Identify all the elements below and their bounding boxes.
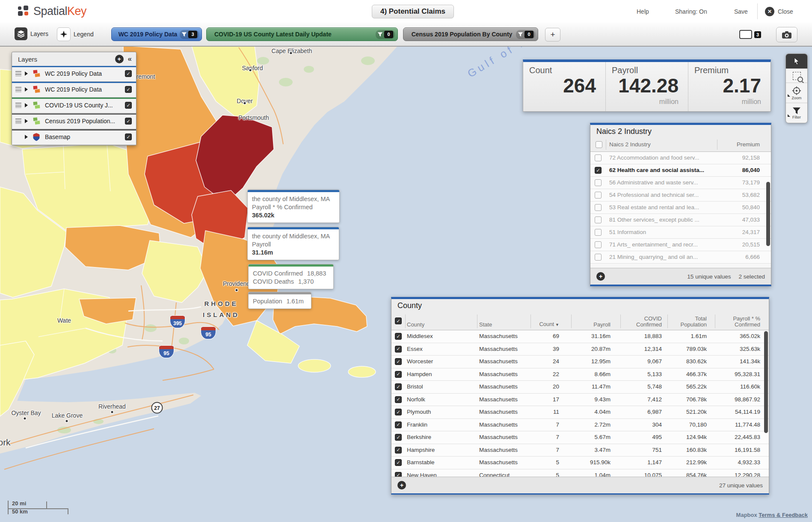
close-button[interactable]: ✕ Close — [765, 0, 793, 23]
row-checkbox[interactable] — [595, 254, 602, 261]
county-row[interactable]: ✓BristolMassachusetts2011.47m5,748565.22… — [391, 381, 769, 394]
row-checkbox[interactable]: ✓ — [395, 383, 402, 390]
county-row[interactable]: ✓FranklinMassachusetts72.72m30470,18011,… — [391, 419, 769, 432]
filter-chip[interactable]: 0 — [376, 30, 395, 39]
column-header-count[interactable]: Count▼ — [524, 321, 559, 328]
naics-row[interactable]: 56 Administrative and waste serv...73,17… — [590, 177, 771, 189]
county-row[interactable]: ✓WorcesterMassachusetts2412.95m9,067830.… — [391, 356, 769, 368]
expand-arrow-icon[interactable] — [25, 119, 28, 123]
row-checkbox[interactable]: ✓ — [395, 421, 402, 428]
row-checkbox[interactable]: ✓ — [395, 358, 402, 365]
legend-button[interactable]: Legend — [57, 27, 94, 41]
dataset-tab-wc-policy[interactable]: WC 2019 Policy Data 3 — [111, 27, 202, 41]
row-checkbox[interactable] — [595, 192, 602, 199]
naics-row[interactable]: 81 Other services_ except public ...47,0… — [590, 214, 771, 226]
filter-tool-button[interactable]: Filter — [786, 103, 807, 123]
dashboard-title[interactable]: 4) Potential Claims — [372, 5, 454, 18]
row-checkbox[interactable]: ✓ — [395, 371, 402, 378]
save-menu[interactable]: Save — [734, 0, 748, 23]
row-checkbox[interactable] — [595, 204, 602, 211]
metrics-panel[interactable]: Count 264 Payroll 142.28 million Premium… — [523, 59, 771, 112]
county-row[interactable]: ✓BarnstableMassachusetts5915.90k1,147212… — [391, 457, 769, 469]
expand-arrow-icon[interactable] — [25, 135, 28, 139]
layer-item[interactable]: WC 2019 Policy Data✓ — [12, 66, 136, 82]
row-checkbox[interactable] — [595, 241, 602, 248]
expand-arrow-icon[interactable] — [25, 87, 28, 92]
county-row[interactable]: ✓HampshireMassachusetts73.47m751160.83k1… — [391, 444, 769, 457]
select-tool-button[interactable] — [786, 54, 807, 69]
row-checkbox[interactable]: ✓ — [395, 459, 402, 466]
naics-row[interactable]: 71 Arts_ entertainment_ and recr...20,51… — [590, 239, 771, 251]
add-dataset-button[interactable]: + — [545, 28, 560, 42]
row-checkbox[interactable] — [595, 154, 602, 161]
county-row[interactable]: ✓EssexMassachusetts3920.87m12,314789.03k… — [391, 343, 769, 356]
sharing-menu[interactable]: Sharing: On — [675, 0, 707, 23]
county-scrollbar[interactable] — [764, 331, 768, 433]
column-header-state[interactable]: State — [479, 322, 492, 328]
layer-item[interactable]: COVID-19 US County J...✓ — [12, 98, 136, 113]
layer-visibility-checkbox[interactable]: ✓ — [125, 133, 132, 140]
layer-visibility-checkbox[interactable]: ✓ — [125, 70, 132, 77]
drag-handle-icon[interactable] — [15, 71, 21, 76]
zoom-tool-button[interactable]: Zoom — [786, 83, 807, 103]
row-checkbox[interactable] — [595, 179, 602, 186]
naics-row[interactable]: 54 Professional and technical ser...53,6… — [590, 189, 771, 202]
filter-chip[interactable]: 0 — [516, 30, 535, 39]
layer-visibility-checkbox[interactable]: ✓ — [125, 86, 132, 93]
marquee-zoom-button[interactable] — [786, 69, 807, 83]
column-header-population[interactable]: TotalPopulation — [670, 316, 707, 328]
dataset-tab-covid[interactable]: COVID-19 US County Latest Daily Update 0 — [206, 27, 398, 41]
column-header-industry[interactable]: Naics 2 Industry — [609, 141, 651, 148]
column-header-county[interactable]: County — [407, 322, 424, 328]
county-row[interactable]: ✓New HavenConnecticut51.04m10,075854.76k… — [391, 469, 769, 477]
naics-row[interactable]: 51 Information24,317 — [590, 226, 771, 239]
row-checkbox[interactable]: ✓ — [395, 346, 402, 353]
drag-handle-icon[interactable] — [15, 119, 21, 124]
expand-arrow-icon[interactable] — [25, 103, 28, 107]
select-all-checkbox[interactable]: ✓ — [395, 317, 402, 324]
row-checkbox[interactable]: ✓ — [395, 447, 402, 454]
row-checkbox[interactable]: ✓ — [395, 472, 402, 477]
naics-row[interactable]: 21 Mining_ quarrying_ and oil an...6,666 — [590, 251, 771, 264]
layer-item[interactable]: Basemap✓ — [12, 129, 136, 145]
column-header-covid[interactable]: COVIDConfirmed — [622, 316, 662, 328]
county-row[interactable]: ✓HampdenMassachusetts228.66m5,133466.37k… — [391, 368, 769, 381]
terms-feedback-link[interactable]: Terms & Feedback — [759, 512, 808, 518]
county-row[interactable]: ✓BerkshireMassachusetts75.67m495124.94k2… — [391, 431, 769, 444]
add-layer-button[interactable]: + — [115, 55, 124, 63]
drag-handle-icon[interactable] — [15, 87, 21, 92]
expand-arrow-icon[interactable] — [25, 71, 28, 76]
layer-item[interactable]: Census 2019 Population...✓ — [12, 113, 136, 129]
add-value-button[interactable]: + — [596, 272, 605, 281]
row-checkbox[interactable]: ✓ — [395, 333, 402, 340]
layers-button[interactable]: Layers — [15, 27, 48, 40]
column-header-payroll[interactable]: Payroll — [575, 322, 610, 328]
layer-visibility-checkbox[interactable]: ✓ — [125, 118, 132, 125]
select-all-checkbox[interactable] — [596, 141, 602, 148]
add-value-button[interactable]: + — [397, 481, 406, 489]
county-table-header[interactable]: ✓ County State Count▼ Payroll COVIDConfi… — [391, 312, 769, 330]
naics-row[interactable]: 72 Accommodation and food serv...92,158 — [590, 152, 771, 164]
row-checkbox[interactable] — [595, 229, 602, 236]
collapse-panel-button[interactable]: « — [128, 55, 132, 63]
county-row[interactable]: ✓MiddlesexMassachusetts6931.16m18,8831.6… — [391, 330, 769, 343]
dataset-tab-census[interactable]: Census 2019 Population By County 0 — [403, 27, 538, 41]
naics-row[interactable]: ✓62 Health care and social assista...86,… — [590, 164, 771, 177]
row-checkbox[interactable] — [595, 217, 602, 223]
help-menu[interactable]: Help — [637, 0, 649, 23]
naics-scrollbar[interactable] — [766, 182, 770, 246]
row-checkbox[interactable]: ✓ — [395, 434, 402, 441]
row-checkbox[interactable]: ✓ — [595, 167, 602, 174]
naics-row[interactable]: 53 Real estate and rental and lea...50,8… — [590, 202, 771, 214]
layer-item[interactable]: WC 2019 Policy Data✓ — [12, 82, 136, 98]
column-header-premium[interactable]: Premium — [719, 141, 760, 148]
screenshot-button[interactable] — [776, 27, 797, 42]
windows-control[interactable]: 3 — [739, 30, 761, 39]
row-checkbox[interactable]: ✓ — [395, 409, 402, 415]
county-row[interactable]: ✓NorfolkMassachusetts179.43m7,412706.78k… — [391, 394, 769, 406]
filter-chip[interactable]: 3 — [180, 30, 199, 39]
layer-visibility-checkbox[interactable]: ✓ — [125, 102, 132, 109]
naics-table-header[interactable]: Naics 2 Industry Premium — [590, 138, 771, 152]
column-header-payroll-pct[interactable]: Payroll * %Confirmed — [717, 316, 760, 328]
row-checkbox[interactable]: ✓ — [395, 396, 402, 403]
